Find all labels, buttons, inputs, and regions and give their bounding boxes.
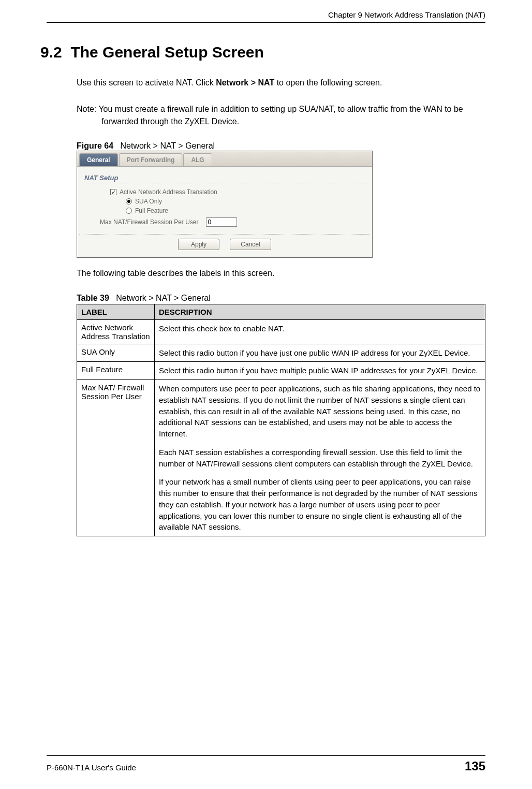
tab-general[interactable]: General [79,153,118,166]
cell-desc: Select this radio button if you have mul… [155,362,485,380]
sua-only-row: SUA Only [126,198,370,205]
cancel-button[interactable]: Cancel [230,239,271,250]
tab-bar: General Port Forwarding ALG [77,151,372,167]
desc-p: If your network has a small number of cl… [159,476,481,533]
active-nat-label: Active Network Address Translation [120,188,217,196]
cell-desc: Select this radio button if you have jus… [155,344,485,362]
tab-alg[interactable]: ALG [183,153,212,166]
full-feature-label: Full Feature [135,207,168,214]
full-feature-row: Full Feature [126,207,370,214]
session-row: Max NAT/Firewall Session Per User [100,217,370,227]
table-row: Active Network Address Translation Selec… [77,319,485,344]
intro-suffix: to open the following screen. [274,78,382,87]
cell-label: Full Feature [77,362,155,380]
session-label: Max NAT/Firewall Session Per User [100,218,199,226]
table-row: Full Feature Select this radio button if… [77,362,485,380]
divider [82,183,367,183]
active-nat-row: Active Network Address Translation [110,188,370,196]
intro-bold: Network > NAT [216,78,274,87]
running-header: Chapter 9 Network Address Translation (N… [47,10,485,23]
description-table: LABEL DESCRIPTION Active Network Address… [77,304,485,537]
figure-caption: Figure 64 Network > NAT > General [77,141,485,151]
cell-desc: Select this check box to enable NAT. [155,319,485,344]
table-row: SUA Only Select this radio button if you… [77,344,485,362]
table-title: Network > NAT > General [116,294,211,302]
tab-port-forwarding[interactable]: Port Forwarding [119,153,183,166]
active-nat-checkbox[interactable] [110,189,116,195]
table-row: Max NAT/ Firewall Session Per User When … [77,380,485,536]
section-heading: 9.2 The General Setup Screen [40,43,485,61]
table-caption: Table 39 Network > NAT > General [77,294,485,303]
note-text: Note: You must create a firewall rule in… [77,103,485,128]
desc-p: Select this check box to enable NAT. [159,323,481,334]
sua-only-radio[interactable] [126,198,132,204]
cell-desc: When computers use peer to peer applicat… [155,380,485,536]
desc-p: Select this radio button if you have jus… [159,347,481,359]
session-input[interactable] [206,217,237,227]
footer-page-number: 135 [465,759,485,773]
section-title: The General Setup Screen [70,43,263,61]
intro-paragraph: Use this screen to activate NAT. Click N… [77,77,485,90]
button-bar: Apply Cancel [79,234,370,255]
sua-only-label: SUA Only [135,198,162,205]
footer: P-660N-T1A User's Guide 135 [47,755,485,773]
section-number: 9.2 [40,43,62,61]
intro-prefix: Use this screen to activate NAT. Click [77,78,216,87]
note-paragraph: Note: You must create a firewall rule in… [77,103,485,128]
footer-guide: P-660N-T1A User's Guide [47,763,136,772]
full-feature-radio[interactable] [126,208,132,214]
nat-screenshot: General Port Forwarding ALG NAT Setup Ac… [77,151,373,258]
cell-label: SUA Only [77,344,155,362]
cell-label: Active Network Address Translation [77,319,155,344]
apply-button[interactable]: Apply [178,239,219,250]
cell-label: Max NAT/ Firewall Session Per User [77,380,155,536]
th-description: DESCRIPTION [155,304,485,319]
desc-p: Select this radio button if you have mul… [159,365,481,376]
th-label: LABEL [77,304,155,319]
before-table-text: The following table describes the labels… [77,267,485,280]
desc-p: Each NAT session establishes a correspon… [159,447,481,470]
table-label: Table 39 [77,294,109,302]
group-title: NAT Setup [84,174,370,182]
figure-title: Network > NAT > General [120,141,215,150]
desc-p: When computers use peer to peer applicat… [159,383,481,440]
figure-label: Figure 64 [77,141,113,150]
